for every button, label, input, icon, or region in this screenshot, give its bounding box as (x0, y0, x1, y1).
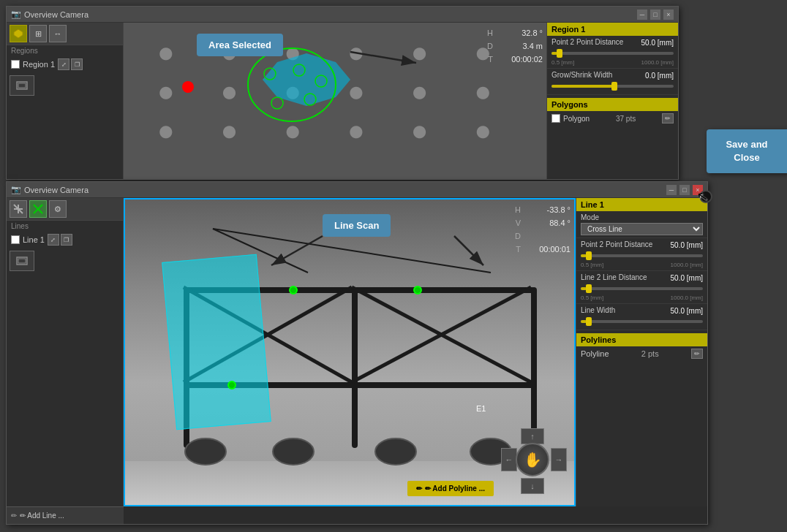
nav-right-btn[interactable]: → (551, 448, 567, 471)
p2p-label: Point 2 Point Distance (551, 38, 623, 46)
mode-dropdown[interactable]: Cross Line (581, 223, 703, 235)
fullscreen-icon (15, 80, 29, 91)
region-1-item: Region 1 ⤢ ❐ (7, 56, 123, 72)
top-hud-t-label: T (488, 53, 493, 66)
bottom-p2p-max: 1000.0 [mm] (671, 262, 703, 268)
top-window-title-text: Overview Camera (24, 10, 89, 19)
line-expand-btn[interactable]: ⤢ (48, 234, 59, 246)
polyline-edit-btn[interactable]: ✏ (691, 349, 703, 359)
line-width-thumb (586, 317, 592, 326)
add-line-btn[interactable]: ✏ ✏ Add Line ... (7, 506, 124, 524)
nav-controls: ↑ ↓ ← → ✋ (501, 428, 567, 494)
top-hud-d-label: D (487, 39, 493, 53)
bottom-tool-3[interactable]: ⚙ (49, 200, 67, 218)
bottom-minimize-btn[interactable]: ─ (666, 185, 677, 195)
bottom-camera-buttons (7, 248, 123, 274)
bottom-hud-h: H -33.8 ° (515, 203, 571, 216)
bottom-tool-2[interactable] (29, 200, 47, 218)
svg-rect-2 (18, 83, 26, 88)
region-1-checkbox[interactable] (11, 60, 20, 69)
top-window-title: 📷 Overview Camera (11, 10, 89, 19)
p2p-value: 50.0 [mm] (641, 39, 674, 47)
minimize-btn[interactable]: ─ (637, 10, 647, 20)
bottom-tool-1[interactable] (10, 200, 27, 218)
p2p-slider[interactable] (551, 49, 674, 58)
top-tool-3[interactable]: ↔ (49, 25, 67, 42)
bottom-maximize-btn[interactable]: □ (679, 185, 690, 195)
bottom-hud-h-value: -33.8 ° (527, 203, 571, 216)
bottom-window: 📷 Overview Camera ─ □ × (6, 181, 708, 525)
svg-point-4 (264, 68, 276, 80)
bottom-hud-d-value (527, 229, 571, 243)
polyline-label: Polyline (581, 349, 609, 358)
line-scan-callout: Line Scan (323, 214, 391, 237)
regions-label-text: Regions (11, 47, 38, 55)
svg-rect-17 (18, 259, 26, 263)
bottom-hud-h-label: H (515, 203, 521, 216)
bottom-hud-v-label: V (516, 216, 521, 229)
top-tool-2[interactable]: ⊞ (29, 25, 47, 42)
polylines-header: Polylines (576, 333, 707, 346)
polygon-row: Polygon 37 pts ✏ (547, 111, 678, 126)
l2l-param: Line 2 Line Distance 50.0 [mm] 0.5 [mm] … (576, 271, 707, 304)
top-hud-t: T 00:00:02 (487, 53, 543, 66)
nav-center-btn[interactable]: ✋ (516, 443, 549, 476)
polygon-label: Polygon (563, 115, 590, 123)
svg-point-3 (248, 48, 336, 121)
polygon-pts: 37 pts (616, 115, 636, 123)
region-1-label: Region 1 (23, 60, 55, 69)
top-hud-h-value: 32.8 ° (499, 26, 543, 39)
nav-up-btn[interactable]: ↑ (521, 428, 544, 444)
bottom-hud-t-label: T (516, 243, 521, 256)
p2p-min: 0.5 [mm] (551, 59, 574, 66)
l2l-min: 0.5 [mm] (581, 294, 603, 301)
polygon-edit-btn[interactable]: ✏ (662, 113, 674, 123)
grow-slider[interactable] (551, 82, 674, 91)
fullscreen-cam-btn[interactable] (10, 75, 34, 96)
region-copy-btn[interactable]: ❐ (71, 58, 83, 70)
polygons-header: Polygons (547, 98, 678, 111)
bottom-p2p-slider[interactable] (581, 251, 703, 260)
l2l-value: 50.0 [mm] (671, 274, 703, 282)
top-camera-bg (124, 23, 546, 179)
bottom-fullscreen-cam-btn[interactable] (10, 251, 34, 271)
p2p-track (551, 52, 674, 55)
line-copy-btn[interactable]: ❐ (61, 234, 72, 246)
nav-down-btn[interactable]: ↓ (521, 478, 544, 494)
top-tool-active[interactable] (10, 25, 27, 42)
bottom-fullscreen-icon (15, 256, 29, 266)
line-1-checkbox[interactable] (11, 235, 20, 244)
bottom-p2p-range: 0.5 [mm] 1000.0 [mm] (581, 262, 703, 268)
maximize-btn[interactable]: □ (650, 10, 660, 20)
region-expand-btn[interactable]: ⤢ (58, 58, 69, 70)
lines-section-label: Lines (7, 221, 123, 232)
bottom-hud-t-value: 00:00:01 (527, 243, 571, 256)
svg-marker-0 (14, 29, 23, 38)
bottom-p2p-min: 0.5 [mm] (581, 262, 603, 268)
bottom-hud-d: D (515, 229, 571, 243)
add-polyline-btn[interactable]: ✏ ✏ Add Polyline ... (407, 481, 494, 496)
line-1-label: Line 1 (23, 235, 45, 244)
grow-thumb (611, 82, 617, 91)
grow-value: 0.0 [mm] (645, 72, 674, 80)
nav-pad: ↑ ↓ ← → ✋ (501, 428, 567, 494)
top-left-panel: ⊞ ↔ Regions Region 1 ⤢ ❐ (7, 23, 124, 179)
bottom-window-content: ⚙ Lines Line 1 ⤢ ❐ (7, 198, 707, 506)
line-width-slider[interactable] (581, 317, 703, 326)
bottom-camera-icon: 📷 (11, 185, 21, 194)
bottom-p2p-value: 50.0 [mm] (671, 241, 703, 249)
save-close-btn[interactable]: ✏ Add Polyline ... Save andClose (707, 129, 787, 173)
p2p-distance-param: Point 2 Point Distance 50.0 [mm] 0.5 [mm… (547, 36, 678, 69)
l2l-track (581, 287, 703, 290)
l2l-range: 0.5 [mm] 1000.0 [mm] (581, 294, 703, 301)
top-camera-view: Area Selected H 32.8 ° D 3.4 (124, 23, 546, 179)
polygon-checkbox[interactable] (551, 114, 560, 123)
close-btn[interactable]: × (663, 10, 674, 20)
polyline-row: Polyline 2 pts ✏ (576, 346, 707, 361)
bottom-hud: H -33.8 ° V 88.4 ° D T 00:00:01 (515, 203, 571, 256)
add-polyline-icon: ✏ (416, 484, 422, 493)
top-toolbar: ⊞ ↔ (7, 23, 123, 45)
nav-left-btn[interactable]: ← (501, 448, 517, 471)
bottom-p2p-thumb (586, 251, 592, 260)
l2l-slider[interactable] (581, 284, 703, 293)
